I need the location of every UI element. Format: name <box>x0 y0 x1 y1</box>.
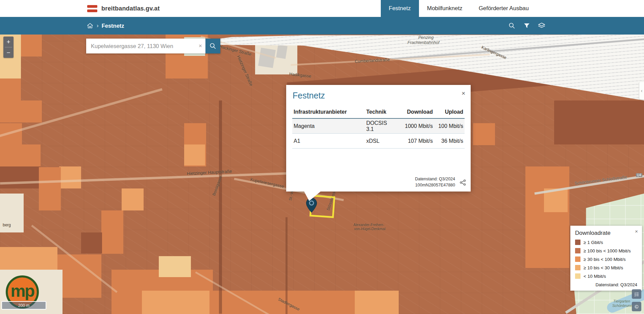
legend-swatch <box>575 248 580 253</box>
layers-icon[interactable] <box>537 21 546 30</box>
map-canvas[interactable]: Hackinger StraßeHietzinger StraßeHadikga… <box>0 35 644 314</box>
address-search-bar: × <box>86 39 220 53</box>
table-row: Magenta DOCSIS 3.1 1000 Mbit/s 100 Mbit/… <box>292 119 465 134</box>
panel-collapse-tab[interactable]: ‹ <box>639 82 644 99</box>
tab-festnetz[interactable]: Festnetz <box>381 0 419 17</box>
breadcrumb-current: Festnetz <box>102 23 124 29</box>
breadcrumb-separator: › <box>97 22 99 29</box>
popup-close-icon[interactable]: × <box>462 90 465 97</box>
toolbar-icons <box>507 17 546 35</box>
zoom-control: + − <box>3 37 14 58</box>
brand-name: breitbandatlas.gv.at <box>101 5 160 12</box>
search-submit-button[interactable] <box>205 39 220 53</box>
brand-logo-link[interactable]: breitbandatlas.gv.at <box>87 0 160 17</box>
legend-toggle-button[interactable] <box>632 289 641 299</box>
main-nav: Festnetz Mobilfunknetz Geförderter Ausba… <box>381 0 537 17</box>
popup-data-status: Datenstand: Q3/2024 100mN28057E47880 <box>415 176 455 188</box>
popup-title: Festnetz <box>293 91 325 100</box>
share-icon[interactable] <box>459 179 466 187</box>
legend-item: ≥ 100 bis < 1000 Mbit/s <box>575 248 637 253</box>
map-label: Penzing <box>418 35 434 40</box>
home-icon[interactable] <box>86 22 94 29</box>
scale-bar: 200 m <box>1 301 46 310</box>
table-row: A1 xDSL 107 Mbit/s 36 Mbit/s <box>292 134 465 149</box>
clear-search-icon[interactable]: × <box>199 39 202 53</box>
breadcrumb-bar: › Festnetz <box>0 17 644 35</box>
col-download: Download <box>397 109 434 115</box>
search-icon[interactable] <box>507 21 516 30</box>
map-label: von-Hügel-Denkmal <box>354 227 386 231</box>
legend-data-status: Datenstand: Q3/2024 <box>575 282 637 287</box>
map-label: Schönbrunn <box>612 304 632 308</box>
basemap-logo-text: mp <box>11 281 34 301</box>
col-infrastrukturanbieter: Infrastrukturanbieter <box>292 109 365 115</box>
filter-icon[interactable] <box>522 21 531 30</box>
map-label: U4 <box>636 173 642 177</box>
breadcrumb: › Festnetz <box>86 17 124 35</box>
zoom-in-button[interactable]: + <box>3 37 14 47</box>
austria-flag-icon <box>87 5 97 12</box>
legend-item: ≥ 30 bis < 100 Mbit/s <box>575 256 637 262</box>
popup-tail <box>304 191 321 201</box>
data-status-line: Datenstand: Q3/2024 <box>415 176 455 182</box>
legend-item: ≥ 10 bis < 30 Mbit/s <box>575 265 637 270</box>
zoom-out-button[interactable]: − <box>3 47 14 58</box>
festnetz-popup: Festnetz × Infrastrukturanbieter Technik… <box>286 85 471 192</box>
map-label: Frachtenbahnhof <box>407 40 440 45</box>
legend-swatch <box>575 265 580 270</box>
provider-table: Infrastrukturanbieter Technik Download U… <box>292 106 465 149</box>
col-technik: Technik <box>365 109 397 115</box>
copyright-attribution-button[interactable]: © <box>632 302 641 311</box>
legend-title: Downloadrate <box>575 230 637 237</box>
scale-label: 200 m <box>18 303 29 308</box>
map-label: berg <box>3 223 11 227</box>
tab-mobilfunknetz[interactable]: Mobilfunknetz <box>419 0 471 17</box>
tab-gefoerderter-ausbau[interactable]: Geförderter Ausbau <box>471 0 537 17</box>
legend-close-icon[interactable]: × <box>635 228 638 234</box>
table-header-row: Infrastrukturanbieter Technik Download U… <box>292 106 465 119</box>
legend-swatch <box>575 256 580 262</box>
map-label: Alexander-Freiherr- <box>353 223 384 227</box>
legend-swatch <box>575 240 580 245</box>
app-header: breitbandatlas.gv.at Festnetz Mobilfunkn… <box>0 0 644 17</box>
legend-panel: Downloadrate × ≥ 1 Gbit/s ≥ 100 bis < 10… <box>570 226 642 291</box>
legend-item: ≥ 1 Gbit/s <box>575 240 637 245</box>
legend-swatch <box>575 273 580 279</box>
legend-item: < 10 Mbit/s <box>575 273 637 279</box>
col-upload: Upload <box>434 109 465 115</box>
raster-cell-id: 100mN28057E47880 <box>415 182 455 188</box>
map-label: Tiergarten <box>613 299 630 303</box>
search-input[interactable] <box>86 39 205 53</box>
